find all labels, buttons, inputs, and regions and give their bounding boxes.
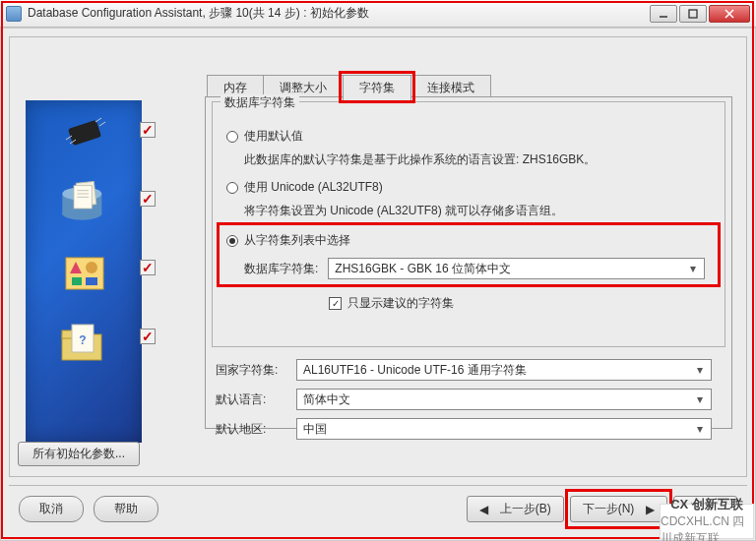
watermark: CX 创新互联 CDCXHL.CN 四川成新互联 [660,504,754,539]
tab-charset-label: 字符集 [359,81,395,94]
watermark-sub: CDCXHL.CN 四川成新互联 [661,513,753,541]
watermark-logo: CX 创新互联 [670,496,743,513]
tab-charset[interactable]: 字符集 [343,75,411,100]
